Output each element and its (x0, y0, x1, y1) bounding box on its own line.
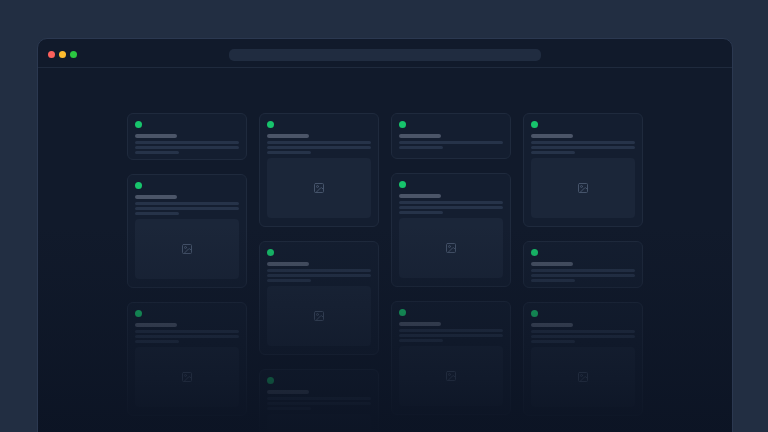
skeleton-title-bar (267, 134, 309, 138)
image-placeholder (135, 347, 239, 407)
skeleton-title-bar (531, 323, 573, 327)
skeleton-text-bar (267, 141, 371, 144)
traffic-lights (48, 51, 77, 58)
browser-window (37, 38, 733, 432)
image-icon (577, 371, 589, 383)
skeleton-text-bar (399, 329, 503, 332)
status-dot-icon (531, 310, 538, 317)
skeleton-title-bar (267, 390, 309, 394)
skeleton-card[interactable] (259, 113, 379, 227)
skeleton-text-bar (399, 201, 503, 204)
skeleton-text-bar (267, 274, 371, 277)
board-column-4 (523, 113, 643, 432)
skeleton-text-bar (399, 146, 443, 149)
skeleton-card[interactable] (127, 113, 247, 160)
image-icon (445, 370, 457, 382)
image-icon (313, 182, 325, 194)
skeleton-card[interactable] (259, 241, 379, 355)
image-placeholder (267, 158, 371, 218)
image-icon (181, 371, 193, 383)
skeleton-text-bar (135, 202, 239, 205)
skeleton-text-bar (135, 335, 239, 338)
skeleton-card[interactable] (127, 302, 247, 416)
skeleton-text-bar (399, 206, 503, 209)
skeleton-text-bar (531, 141, 635, 144)
skeleton-card[interactable] (127, 174, 247, 288)
image-icon (181, 243, 193, 255)
minimize-button[interactable] (59, 51, 66, 58)
skeleton-text-bar (531, 274, 635, 277)
skeleton-text-bar (135, 146, 239, 149)
skeleton-text-bar (399, 141, 503, 144)
skeleton-card[interactable] (391, 301, 511, 415)
skeleton-text-bar (135, 340, 179, 343)
skeleton-text-bar (267, 146, 371, 149)
skeleton-text-bar (267, 407, 311, 410)
card-board (127, 113, 643, 432)
skeleton-title-bar (135, 195, 177, 199)
board-column-3 (391, 113, 511, 432)
skeleton-text-bar (135, 207, 239, 210)
status-dot-icon (135, 182, 142, 189)
skeleton-text-bar (531, 151, 575, 154)
skeleton-text-bar (531, 146, 635, 149)
image-placeholder (267, 414, 371, 432)
browser-titlebar[interactable] (38, 39, 732, 68)
skeleton-text-bar (531, 340, 575, 343)
skeleton-title-bar (267, 262, 309, 266)
status-dot-icon (399, 181, 406, 188)
skeleton-text-bar (135, 141, 239, 144)
skeleton-title-bar (399, 194, 441, 198)
skeleton-title-bar (135, 323, 177, 327)
status-dot-icon (267, 121, 274, 128)
skeleton-title-bar (399, 134, 441, 138)
close-button[interactable] (48, 51, 55, 58)
image-placeholder (399, 346, 503, 406)
skeleton-text-bar (531, 330, 635, 333)
skeleton-card[interactable] (523, 302, 643, 416)
skeleton-text-bar (399, 334, 503, 337)
skeleton-text-bar (135, 330, 239, 333)
skeleton-text-bar (267, 279, 311, 282)
skeleton-text-bar (531, 279, 575, 282)
skeleton-text-bar (267, 397, 371, 400)
skeleton-card[interactable] (259, 369, 379, 432)
status-dot-icon (267, 377, 274, 384)
board-column-1 (127, 113, 247, 432)
status-dot-icon (399, 309, 406, 316)
status-dot-icon (267, 249, 274, 256)
skeleton-card[interactable] (391, 113, 511, 159)
image-icon (313, 310, 325, 322)
skeleton-title-bar (531, 262, 573, 266)
skeleton-text-bar (135, 151, 179, 154)
image-placeholder (135, 219, 239, 279)
image-placeholder (531, 158, 635, 218)
image-icon (445, 242, 457, 254)
image-icon (577, 182, 589, 194)
skeleton-text-bar (267, 269, 371, 272)
board-column-2 (259, 113, 379, 432)
maximize-button[interactable] (70, 51, 77, 58)
skeleton-title-bar (399, 322, 441, 326)
image-placeholder (399, 218, 503, 278)
status-dot-icon (399, 121, 406, 128)
status-dot-icon (531, 249, 538, 256)
skeleton-text-bar (135, 212, 179, 215)
skeleton-card[interactable] (523, 241, 643, 288)
image-placeholder (531, 347, 635, 407)
page (0, 0, 768, 432)
status-dot-icon (135, 121, 142, 128)
status-dot-icon (135, 310, 142, 317)
status-dot-icon (531, 121, 538, 128)
skeleton-card[interactable] (523, 113, 643, 227)
image-placeholder (267, 286, 371, 346)
skeleton-title-bar (135, 134, 177, 138)
skeleton-text-bar (267, 402, 371, 405)
skeleton-card[interactable] (391, 173, 511, 287)
skeleton-text-bar (399, 211, 443, 214)
skeleton-text-bar (267, 151, 311, 154)
url-bar[interactable] (229, 49, 541, 61)
skeleton-text-bar (531, 269, 635, 272)
skeleton-title-bar (531, 134, 573, 138)
skeleton-text-bar (399, 339, 443, 342)
